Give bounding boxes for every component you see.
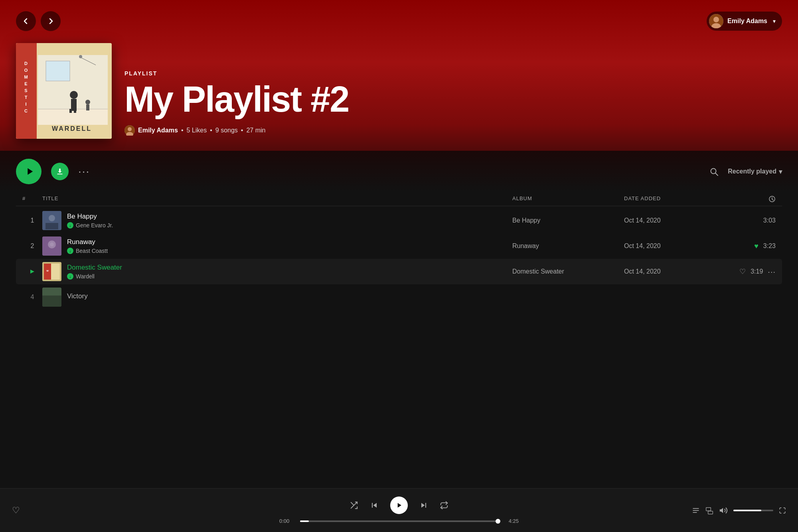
track-album: Runaway [512, 242, 624, 250]
repeat-button[interactable] [440, 501, 448, 510]
svg-text:C: C [24, 108, 28, 113]
svg-rect-19 [69, 109, 72, 113]
svg-rect-45 [42, 296, 61, 307]
fullscreen-button[interactable] [779, 507, 786, 514]
player-bar: ♡ [0, 488, 798, 532]
play-pause-button[interactable] [390, 497, 408, 514]
meta-author: Emily Adams [138, 127, 178, 134]
track-info: Runaway ↓ Beast Coastt [42, 236, 512, 256]
page-title: My Playlist #2 [124, 81, 782, 117]
table-row[interactable]: 1 Be Happy ↓ Gene Evaro Jr. Be Happy Oct… [16, 208, 782, 233]
user-name-label: Emily Adams [727, 18, 767, 25]
track-duration: ♡ 3:19 ··· [736, 267, 776, 276]
queue-button[interactable] [692, 506, 700, 514]
track-text: Runaway ↓ Beast Coastt [67, 238, 108, 254]
svg-text:WARDELL: WARDELL [52, 125, 92, 132]
track-date: Oct 14, 2020 [624, 242, 736, 250]
col-duration-icon [736, 195, 776, 203]
progress-thumb [496, 519, 500, 524]
track-number [22, 268, 42, 275]
user-menu[interactable]: Emily Adams ▾ [707, 12, 782, 31]
svg-line-33 [772, 199, 773, 200]
chevron-down-icon: ▾ [773, 18, 776, 24]
shuffle-button[interactable] [350, 501, 358, 510]
forward-button[interactable] [41, 11, 61, 31]
next-button[interactable] [419, 500, 429, 510]
track-thumbnail [42, 288, 61, 307]
track-duration: 3:03 [736, 217, 776, 224]
heart-empty-icon: ♡ [739, 267, 746, 276]
svg-point-1 [713, 17, 719, 22]
meta-separator: • [181, 127, 184, 134]
track-text: Domestic Sweater ↓ Wardell [67, 264, 122, 280]
progress-fill [300, 520, 309, 522]
svg-rect-20 [74, 109, 76, 113]
svg-point-21 [85, 100, 90, 104]
svg-line-30 [715, 173, 718, 175]
track-thumbnail: W [42, 262, 61, 281]
playlist-type-label: PLAYLIST [124, 70, 782, 77]
svg-text:D: D [24, 61, 28, 66]
svg-rect-16 [46, 61, 70, 81]
more-options-button[interactable]: ··· [78, 166, 90, 177]
sort-arrow-icon: ▾ [779, 168, 782, 175]
track-artist: ↓ Beast Coastt [67, 248, 108, 254]
progress-bar[interactable]: 0:00 4:25 [279, 518, 519, 524]
nav-buttons [16, 11, 61, 31]
track-name: Runaway [67, 238, 108, 246]
svg-point-17 [70, 91, 78, 99]
meta-avatar [124, 125, 135, 136]
player-center: 0:00 4:25 [124, 497, 674, 524]
track-artist: ↓ Gene Evaro Jr. [67, 222, 113, 229]
svg-rect-22 [86, 104, 89, 110]
controls-bar: ··· Recently played ▾ [0, 151, 798, 192]
search-button[interactable] [709, 167, 718, 176]
track-artist: ↓ Wardell [67, 273, 122, 280]
devices-button[interactable] [705, 506, 713, 514]
col-date: DATE ADDED [624, 195, 736, 203]
table-header: # TITLE ALBUM DATE ADDED [16, 192, 782, 206]
previous-button[interactable] [369, 500, 379, 510]
avatar [709, 14, 723, 28]
svg-text:I: I [25, 102, 27, 106]
track-name: Domestic Sweater [67, 264, 122, 272]
play-button[interactable] [16, 159, 41, 184]
player-controls [350, 497, 448, 514]
download-button[interactable] [51, 163, 69, 180]
playlist-meta: Emily Adams • 5 Likes • 9 songs • 27 min [124, 125, 782, 136]
track-number: 2 [22, 242, 42, 250]
volume-bar[interactable] [733, 510, 773, 511]
svg-rect-43 [51, 264, 60, 280]
track-number: 1 [22, 217, 42, 224]
table-row[interactable]: 2 Runaway ↓ Beast Coastt Runaway Oct 14,… [16, 233, 782, 259]
heart-icon: ♥ [754, 242, 758, 250]
svg-point-24 [79, 55, 82, 58]
track-duration: ♥ 3:23 [736, 242, 776, 250]
download-indicator-icon: ↓ [67, 273, 73, 280]
svg-rect-36 [45, 223, 58, 229]
track-more-icon[interactable]: ··· [768, 267, 776, 276]
table-row[interactable]: 4 Victory [16, 284, 782, 310]
meta-likes: 5 Likes [187, 127, 207, 134]
track-table: # TITLE ALBUM DATE ADDED 1 Be Happy ↓ G [0, 192, 798, 310]
track-album: Be Happy [512, 217, 624, 224]
svg-text:E: E [24, 81, 28, 86]
table-row[interactable]: W Domestic Sweater ↓ Wardell Domestic Sw… [16, 259, 782, 284]
volume-fill [733, 510, 761, 511]
sort-dropdown[interactable]: Recently played ▾ [728, 168, 782, 175]
playlist-header: D O M E S T I C [0, 31, 798, 151]
like-button[interactable]: ♡ [12, 505, 20, 516]
progress-track[interactable] [300, 520, 498, 522]
svg-point-27 [128, 127, 132, 131]
svg-text:M: M [24, 75, 28, 79]
col-number: # [22, 195, 42, 203]
back-button[interactable] [16, 11, 36, 31]
volume-icon[interactable] [719, 506, 728, 515]
track-text: Be Happy ↓ Gene Evaro Jr. [67, 213, 113, 229]
player-right [674, 506, 786, 515]
svg-text:W: W [46, 270, 49, 272]
col-title: TITLE [42, 195, 512, 203]
track-date: Oct 14, 2020 [624, 217, 736, 224]
current-time: 0:00 [279, 518, 295, 524]
track-thumbnail [42, 236, 61, 256]
